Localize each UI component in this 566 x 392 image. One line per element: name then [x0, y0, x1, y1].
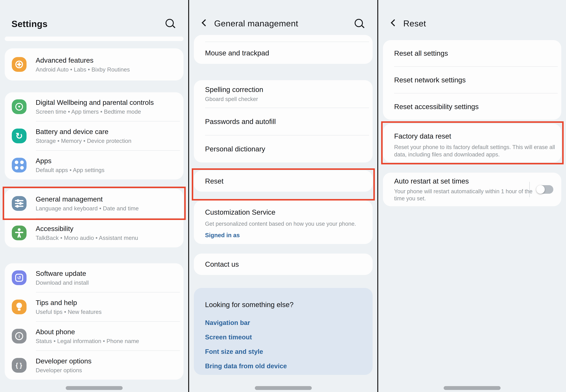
card-general-accessibility: General management Language and keyboard… [5, 189, 183, 247]
row-mouse-and-trackpad[interactable]: Mouse and trackpad [194, 42, 373, 64]
row-title: Customization Service [205, 208, 373, 216]
page-title-reset: Reset [403, 18, 426, 28]
row-contact-us[interactable]: Contact us [194, 253, 373, 275]
row-accessibility[interactable]: Accessibility TalkBack • Mono audio • As… [5, 218, 183, 247]
row-title: Contact us [205, 260, 373, 268]
row-subtitle: Gboard spell checker [205, 96, 373, 102]
digital-wellbeing-icon: ♥ [12, 99, 27, 114]
row-title: Tips and help [36, 298, 102, 307]
row-title: Reset all settings [394, 49, 561, 57]
row-title: Reset accessibility settings [394, 103, 561, 111]
row-subtitle: Developer options [36, 367, 92, 374]
card-customization-service: Customization Service Get personalized c… [194, 200, 373, 244]
row-battery-device-care[interactable]: ↻ Battery and device care Storage • Memo… [5, 122, 183, 150]
card-software-tips-about-developer: ↺ Software update Download and install T… [5, 263, 183, 380]
back-icon[interactable] [202, 19, 209, 26]
settings-header: Settings [0, 0, 188, 37]
row-subtitle: Screen time • App timers • Bedtime mode [36, 109, 154, 115]
row-reset-accessibility-settings[interactable]: Reset accessibility settings [383, 94, 561, 120]
card-reset-options: Reset all settings Reset network setting… [383, 40, 561, 120]
row-factory-data-reset[interactable]: Factory data reset Reset your phone to i… [383, 124, 561, 162]
row-title: Reset [205, 177, 373, 185]
about-phone-icon: i [12, 329, 27, 344]
row-subtitle: TalkBack • Mono audio • Assistant menu [36, 235, 138, 241]
row-title: Advanced features [36, 56, 130, 64]
row-reset[interactable]: Reset [194, 170, 373, 192]
tips-and-help-icon [12, 300, 27, 314]
row-subtitle: Default apps • App settings [36, 167, 105, 173]
link-font-size-style[interactable]: Font size and style [205, 344, 364, 359]
card-wellbeing-battery-apps: ♥ Digital Wellbeing and parental control… [5, 92, 183, 179]
row-title: Factory data reset [394, 132, 561, 140]
scrolled-card-sliver [5, 37, 183, 41]
row-subtitle: Get personalized content based on how yo… [205, 220, 373, 227]
panel-settings: Settings Advanced features Android Auto … [0, 0, 188, 392]
row-subtitle: Useful tips • New features [36, 309, 102, 315]
card-factory-data-reset: Factory data reset Reset your phone to i… [383, 124, 561, 162]
row-tips-and-help[interactable]: Tips and help Useful tips • New features [5, 293, 183, 321]
link-bring-data-old-device[interactable]: Bring data from old device [205, 359, 364, 373]
row-subtitle: Reset your phone to its factory default … [394, 143, 561, 158]
panel-general-management: General management Mouse and trackpad Sp… [189, 0, 377, 392]
home-indicator[interactable] [66, 386, 123, 390]
row-title: Software update [36, 269, 89, 278]
info-card-title: Looking for something else? [205, 301, 364, 309]
row-title: Spelling correction [205, 85, 373, 94]
row-title: Digital Wellbeing and parental controls [36, 98, 154, 106]
link-navigation-bar[interactable]: Navigation bar [205, 315, 364, 330]
search-icon[interactable] [165, 18, 176, 29]
row-spelling-correction[interactable]: Spelling correction Gboard spell checker [194, 80, 373, 108]
row-title: Apps [36, 157, 105, 165]
row-title: Mouse and trackpad [205, 49, 373, 57]
looking-for-something-else-card: Looking for something else? Navigation b… [194, 288, 373, 375]
row-title: Passwords and autofill [205, 117, 373, 126]
row-personal-dictionary[interactable]: Personal dictionary [194, 136, 373, 162]
row-title: About phone [36, 328, 139, 336]
row-developer-options[interactable]: { } Developer options Developer options [5, 351, 183, 380]
link-screen-timeout[interactable]: Screen timeout [205, 330, 364, 344]
row-advanced-features[interactable]: Advanced features Android Auto • Labs • … [5, 48, 183, 81]
row-customization-service[interactable]: Customization Service Get personalized c… [194, 200, 373, 244]
page-title-settings: Settings [12, 19, 48, 29]
card-auto-restart: Auto restart at set times Your phone wil… [383, 173, 561, 206]
row-auto-restart[interactable]: Auto restart at set times Your phone wil… [383, 173, 561, 206]
row-title: Reset network settings [394, 76, 561, 84]
card-reset: Reset [194, 170, 373, 192]
toggle-knob [536, 185, 545, 194]
row-subtitle: Storage • Memory • Device protection [36, 138, 131, 144]
apps-icon [12, 158, 27, 172]
signed-in-as-link[interactable]: Signed in as [205, 232, 373, 238]
card-advanced: Advanced features Android Auto • Labs • … [5, 48, 183, 81]
settings-composite-screenshot: Settings Advanced features Android Auto … [0, 0, 566, 392]
row-reset-all-settings[interactable]: Reset all settings [383, 40, 561, 66]
row-about-phone[interactable]: i About phone Status • Legal information… [5, 322, 183, 350]
row-digital-wellbeing[interactable]: ♥ Digital Wellbeing and parental control… [5, 92, 183, 121]
row-subtitle: Download and install [36, 280, 89, 286]
row-title: Accessibility [36, 224, 138, 233]
accessibility-icon [12, 225, 27, 240]
row-passwords-autofill[interactable]: Passwords and autofill [194, 108, 373, 135]
card-language-input: Spelling correction Gboard spell checker… [194, 80, 373, 162]
row-subtitle: Your phone will restart automatically wi… [394, 188, 541, 202]
row-title: Battery and device care [36, 127, 131, 136]
row-title: Personal dictionary [205, 145, 373, 153]
row-title: Developer options [36, 357, 92, 365]
home-indicator[interactable] [444, 386, 500, 390]
software-update-icon: ↺ [12, 270, 27, 285]
row-subtitle: Status • Legal information • Phone name [36, 338, 139, 344]
home-indicator[interactable] [255, 386, 312, 390]
reset-header: Reset [378, 0, 566, 40]
back-icon[interactable] [391, 19, 398, 26]
row-apps[interactable]: Apps Default apps • App settings [5, 151, 183, 179]
search-icon[interactable] [354, 18, 365, 29]
cutoff-row-remnant [194, 35, 373, 42]
row-reset-network-settings[interactable]: Reset network settings [383, 67, 561, 93]
general-management-header: General management [189, 0, 377, 35]
row-title: Auto restart at set times [394, 177, 561, 185]
auto-restart-toggle[interactable] [536, 185, 553, 194]
row-general-management[interactable]: General management Language and keyboard… [5, 189, 183, 218]
row-title: General management [36, 195, 139, 203]
toggle-separator [529, 182, 530, 197]
row-software-update[interactable]: ↺ Software update Download and install [5, 263, 183, 292]
advanced-features-icon [12, 57, 27, 72]
